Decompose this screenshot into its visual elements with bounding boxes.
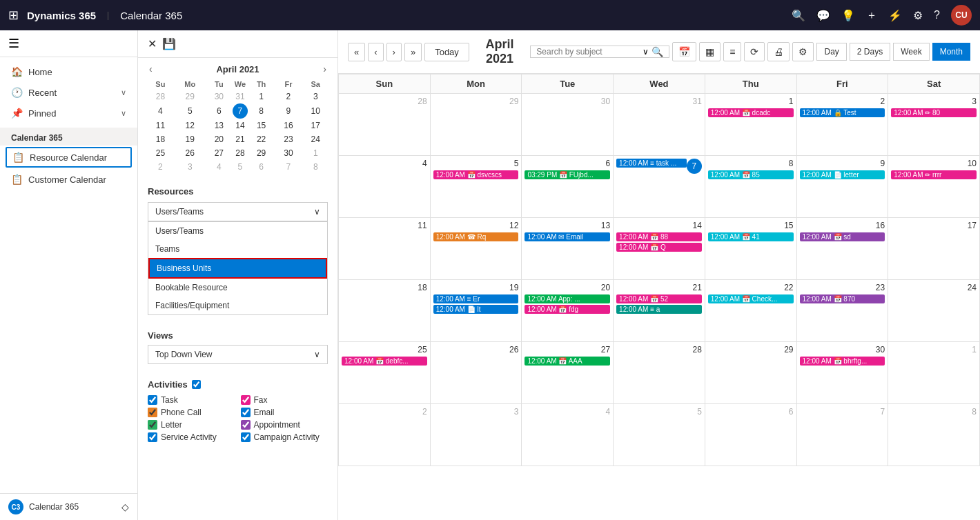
fax-checkbox[interactable] <box>241 395 251 405</box>
calendar-cell[interactable]: 1512:00 AM 📅 41 <box>705 218 796 280</box>
resources-option-facilities[interactable]: Facilities/Equipment <box>148 297 327 314</box>
mini-cal-day[interactable]: 21 <box>233 132 248 146</box>
calendar-cell[interactable]: 5 <box>614 404 705 466</box>
calendar-cell[interactable]: 112:00 AM 📅 dcadc <box>705 94 796 156</box>
print-button[interactable]: 🖨 <box>767 42 790 61</box>
mini-cal-day[interactable]: 7 <box>233 103 248 119</box>
lightbulb-icon[interactable]: 💡 <box>841 9 855 22</box>
campaign-activity-checkbox[interactable] <box>241 432 251 442</box>
calendar-event[interactable]: 12:00 AM App: ... <box>525 294 610 303</box>
search-icon[interactable]: 🔍 <box>792 9 805 22</box>
calendar-cell[interactable]: 11 <box>339 218 431 280</box>
calendar-event[interactable]: 12:00 AM 📅 52 <box>616 294 702 303</box>
calendar-cell[interactable]: 24 <box>888 280 980 342</box>
calendar-event[interactable]: 12:00 AM ✉ Email <box>525 232 610 241</box>
calendar-event[interactable]: 12:00 AM 📅 AAA <box>525 357 610 366</box>
mini-cal-day[interactable]: 4 <box>146 103 175 119</box>
calendar-event[interactable]: 12:00 AM 📅 bhrftg... <box>800 357 885 366</box>
mini-cal-day[interactable]: 19 <box>175 132 206 146</box>
calendar-cell[interactable]: 1212:00 AM ☎ Rq <box>430 218 522 280</box>
mini-cal-day[interactable]: 4 <box>206 160 233 174</box>
email-checkbox[interactable] <box>241 408 251 417</box>
mini-cal-day[interactable]: 15 <box>248 119 275 132</box>
today-button[interactable]: Today <box>424 43 469 61</box>
sidebar-item-home[interactable]: 🏠 Home <box>0 61 137 82</box>
mini-cal-next-button[interactable]: › <box>323 63 326 74</box>
calendar-event[interactable]: 12:00 AM 📅 Q <box>616 243 702 252</box>
calendar-event[interactable]: 12:00 AM 📅 Check... <box>708 294 794 303</box>
avatar[interactable]: CU <box>951 5 972 26</box>
close-button[interactable]: ✕ <box>148 37 157 50</box>
help-icon[interactable]: ? <box>934 9 940 21</box>
calendar-cell[interactable]: 603:29 PM 📅 FUjbd... <box>522 156 614 218</box>
search-submit-button[interactable]: 🔍 <box>651 46 663 57</box>
calendar-cell[interactable]: 17 <box>888 218 980 280</box>
search-dropdown-icon[interactable]: ∨ <box>643 47 649 57</box>
calendar-cell[interactable]: 1312:00 AM ✉ Email <box>522 218 614 280</box>
calendar-event[interactable]: 12:00 AM 📅 dsvcscs <box>433 170 519 179</box>
calendar-event[interactable]: 03:29 PM 📅 FUjbd... <box>525 170 610 179</box>
calendar-cell[interactable]: 26 <box>430 342 522 404</box>
mini-cal-day[interactable]: 3 <box>302 90 329 103</box>
calendar-cell[interactable]: 7 <box>796 404 888 466</box>
calendar-cell[interactable]: 2112:00 AM 📅 5212:00 AM ≡ a <box>614 280 705 342</box>
mini-cal-day[interactable]: 1 <box>302 146 329 160</box>
cal-last-button[interactable]: » <box>404 43 422 61</box>
refresh-button[interactable]: ⟳ <box>744 42 765 61</box>
calendar-cell[interactable]: 29 <box>705 342 796 404</box>
mini-cal-day[interactable]: 9 <box>275 103 302 119</box>
cal-next-button[interactable]: › <box>386 43 402 61</box>
calendar-view-button[interactable]: 📅 <box>672 42 696 61</box>
mini-cal-day[interactable]: 5 <box>175 103 206 119</box>
mini-cal-day[interactable]: 16 <box>275 119 302 132</box>
mini-cal-day[interactable]: 29 <box>175 90 206 103</box>
resources-option-teams[interactable]: Teams <box>148 240 327 258</box>
calendar-cell[interactable]: 2 <box>339 404 431 466</box>
calendar-cell[interactable]: 2012:00 AM App: ...12:00 AM 📅 fdg <box>522 280 614 342</box>
calendar-event[interactable]: 12:00 AM 📅 88 <box>616 232 702 241</box>
mini-cal-day[interactable]: 13 <box>206 119 233 132</box>
calendar-cell[interactable]: 912:00 AM 📄 letter <box>796 156 888 218</box>
mini-cal-day[interactable]: 22 <box>248 132 275 146</box>
mini-cal-day[interactable]: 8 <box>302 160 329 174</box>
mini-cal-day[interactable]: 27 <box>206 146 233 160</box>
sidebar-bottom-icon[interactable]: ◇ <box>121 501 129 512</box>
mini-cal-day[interactable]: 7 <box>275 160 302 174</box>
mini-cal-day[interactable]: 6 <box>206 103 233 119</box>
mini-cal-day[interactable]: 20 <box>206 132 233 146</box>
mini-cal-day[interactable]: 3 <box>175 160 206 174</box>
mini-cal-day[interactable]: 29 <box>248 146 275 160</box>
calendar-cell[interactable]: 1912:00 AM ≡ Er12:00 AM 📄 lt <box>430 280 522 342</box>
calendar-cell[interactable]: 31 <box>614 94 705 156</box>
mini-cal-day[interactable]: 18 <box>146 132 175 146</box>
calendar-event[interactable]: 12:00 AM 📅 dcadc <box>708 108 794 117</box>
calendar-event[interactable]: 12:00 AM 📅 85 <box>708 170 794 179</box>
mini-cal-day[interactable]: 2 <box>275 90 302 103</box>
calendar-cell[interactable]: 4 <box>522 404 614 466</box>
day-view-button[interactable]: Day <box>816 43 846 61</box>
calendar-cell[interactable]: 1612:00 AM 📅 sd <box>796 218 888 280</box>
mini-cal-day[interactable]: 10 <box>302 103 329 119</box>
search-input[interactable] <box>536 47 640 57</box>
mini-cal-day[interactable]: 14 <box>233 119 248 132</box>
mini-cal-day[interactable]: 11 <box>146 119 175 132</box>
calendar-cell[interactable]: 29 <box>430 94 522 156</box>
activities-master-checkbox[interactable] <box>192 380 201 389</box>
calendar-event[interactable]: 12:00 AM 📄 lt <box>433 305 519 314</box>
plus-icon[interactable]: ＋ <box>866 8 877 23</box>
grid-view-button[interactable]: ▦ <box>699 42 721 61</box>
sidebar-item-customer-calendar[interactable]: 📋 Customer Calendar <box>0 169 137 190</box>
calendar-event[interactable]: 12:00 AM ☎ Rq <box>433 232 519 241</box>
sidebar-item-pinned[interactable]: 📌 Pinned ∨ <box>0 103 137 123</box>
mini-cal-day[interactable]: 5 <box>233 160 248 174</box>
resources-option-business-units[interactable]: Business Units <box>148 258 327 279</box>
calendar-event[interactable]: 12:00 AM 📅 870 <box>800 294 885 303</box>
list-view-button[interactable]: ≡ <box>723 42 741 61</box>
sidebar-item-resource-calendar[interactable]: 📋 Resource Calendar <box>6 147 132 168</box>
mini-cal-day[interactable]: 12 <box>175 119 206 132</box>
mini-cal-day[interactable]: 6 <box>248 160 275 174</box>
cal-prev-button[interactable]: ‹ <box>368 43 383 61</box>
calendar-cell[interactable]: 312:00 AM ✏ 80 <box>888 94 980 156</box>
mini-cal-prev-button[interactable]: ‹ <box>149 63 153 74</box>
calendar-event[interactable]: 12:00 AM 📅 debfc... <box>342 357 427 366</box>
